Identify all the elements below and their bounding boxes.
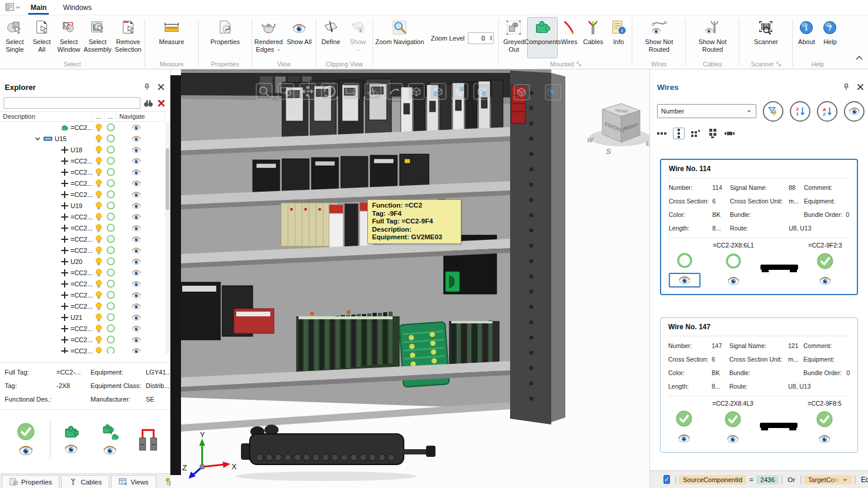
scrollbar-thumb[interactable]	[166, 148, 169, 210]
select-assembly-button[interactable]: Select Assembly	[82, 17, 113, 58]
puzzle-pair-icon[interactable]	[100, 423, 120, 440]
tab-cables[interactable]: Cables	[61, 475, 109, 488]
column-status[interactable]: ...	[105, 112, 116, 121]
tree-row[interactable]: U21	[0, 312, 165, 323]
bulb-icon[interactable]	[95, 235, 102, 243]
eye-icon[interactable]	[132, 347, 141, 354]
filter-lightning-button[interactable]	[763, 101, 783, 122]
tree-row[interactable]: U20	[0, 256, 165, 267]
ring-icon[interactable]	[106, 313, 115, 322]
ring-icon[interactable]	[106, 134, 115, 143]
eye-icon[interactable]	[132, 213, 141, 220]
bulb-icon[interactable]	[95, 325, 102, 333]
column-navigate[interactable]: Navigate	[116, 112, 165, 121]
tree-row[interactable]: =CC2...	[0, 345, 165, 353]
tab-main[interactable]: Main	[22, 1, 55, 14]
wire-card-114[interactable]: Wire No. 114 Number:114 Signal Name:88 C…	[660, 159, 858, 295]
show-clipping-button[interactable]: Show	[344, 17, 371, 58]
ring-icon[interactable]	[106, 246, 115, 255]
eye-icon[interactable]	[132, 124, 141, 131]
greyed-out-button[interactable]: Greyed Out	[500, 17, 527, 58]
eye-icon[interactable]	[103, 445, 117, 455]
ring-icon[interactable]	[106, 302, 115, 310]
tree-row[interactable]: =CC2...	[0, 155, 165, 166]
eye-icon[interactable]	[18, 445, 33, 456]
bulb-icon[interactable]	[95, 146, 102, 154]
eye-icon[interactable]	[132, 280, 141, 288]
ring-icon[interactable]	[106, 335, 115, 344]
ring-icon[interactable]	[106, 145, 115, 154]
eye-icon[interactable]	[132, 336, 141, 343]
3d-viewport[interactable]: W S E FRONT RIGHT FRONT Y X Z	[170, 69, 649, 488]
edit-filter-button[interactable]: Edit Filter	[861, 476, 868, 484]
about-button[interactable]: i About	[794, 17, 819, 58]
ring-icon[interactable]	[106, 279, 115, 288]
ring-icon[interactable]	[106, 212, 115, 221]
visibility-button[interactable]	[844, 101, 864, 122]
info-button[interactable]: i Info	[606, 17, 631, 58]
sort-numeric-button[interactable]: 21	[790, 101, 810, 122]
eye-icon[interactable]	[132, 236, 141, 243]
tree-row[interactable]: =CC2...	[0, 245, 165, 256]
eye-toggle-selected[interactable]	[669, 273, 701, 288]
view-mode-grid-button[interactable]	[707, 128, 719, 139]
view-mode-column-button[interactable]	[673, 128, 685, 139]
tree-row[interactable]: =CC2...	[0, 211, 165, 222]
tree-row[interactable]: =CC2...	[0, 178, 165, 189]
tree-row[interactable]: =CC2...	[0, 300, 165, 312]
select-all-button[interactable]: Select All	[28, 17, 55, 58]
ring-icon[interactable]	[106, 168, 115, 176]
bulb-icon[interactable]	[95, 179, 102, 188]
tree-row[interactable]: =CC2...	[0, 189, 165, 200]
bulb-icon[interactable]	[95, 258, 102, 266]
scanner-button[interactable]: Scanner	[740, 17, 791, 58]
eye-icon[interactable]	[132, 146, 141, 153]
ring-icon[interactable]	[106, 268, 115, 277]
show-not-routed-cables-button[interactable]: Show Not Routed	[687, 17, 738, 58]
tree-row[interactable]: =CC2...	[0, 289, 165, 300]
eye-icon[interactable]	[132, 180, 141, 187]
eye-icon[interactable]	[132, 135, 141, 142]
ring-icon[interactable]	[106, 201, 115, 210]
eye-toggle[interactable]	[809, 273, 841, 288]
explorer-search-input[interactable]	[4, 97, 140, 109]
close-icon[interactable]	[856, 83, 864, 91]
ring-icon[interactable]	[106, 346, 115, 353]
eye-toggle[interactable]	[717, 432, 749, 446]
tree-row[interactable]: U19	[0, 200, 165, 211]
bulb-icon[interactable]	[95, 224, 102, 232]
filter-field2-chip[interactable]: TargetCom	[804, 475, 852, 484]
chevron-down-icon[interactable]	[34, 135, 41, 142]
tree-row[interactable]: =CC2...	[0, 122, 165, 133]
tree-row[interactable]: =CC2...	[0, 233, 165, 245]
bulb-icon[interactable]	[95, 313, 102, 322]
filter-value-chip[interactable]: 2436	[756, 475, 779, 484]
ring-icon[interactable]	[106, 290, 115, 299]
bulb-icon[interactable]	[95, 291, 102, 299]
close-icon[interactable]	[157, 83, 165, 91]
view-mode-detail-button[interactable]	[724, 128, 736, 139]
bulb-icon[interactable]	[95, 168, 102, 176]
eye-icon[interactable]	[132, 247, 141, 254]
eye-icon[interactable]	[132, 225, 141, 232]
bulb-icon[interactable]	[95, 269, 102, 277]
puzzle-icon[interactable]	[63, 424, 79, 439]
rendered-edges-button[interactable]: Rendered Edges	[253, 17, 284, 58]
ring-icon[interactable]	[106, 156, 115, 165]
tree-row[interactable]: U15	[0, 133, 165, 144]
eye-icon[interactable]	[132, 292, 141, 299]
tree-row[interactable]: =CC2...	[0, 278, 165, 289]
eye-icon[interactable]	[132, 258, 141, 265]
eye-icon[interactable]	[132, 303, 141, 310]
jumper-bridge-icon[interactable]	[137, 425, 159, 453]
bulb-icon[interactable]	[95, 336, 102, 344]
bulb-icon[interactable]	[95, 213, 102, 221]
cables-button[interactable]: Cables	[580, 17, 606, 58]
app-menu-button[interactable]	[2, 1, 22, 14]
explorer-scrollbar[interactable]	[165, 122, 170, 353]
tab-windows[interactable]: Windows	[55, 1, 100, 14]
view-mode-grid-small-button[interactable]	[690, 128, 702, 139]
zoom-navigation-button[interactable]: Zoom Navigation	[374, 17, 425, 58]
eye-toggle[interactable]	[668, 431, 700, 446]
column-visibility[interactable]: ...	[93, 112, 105, 121]
